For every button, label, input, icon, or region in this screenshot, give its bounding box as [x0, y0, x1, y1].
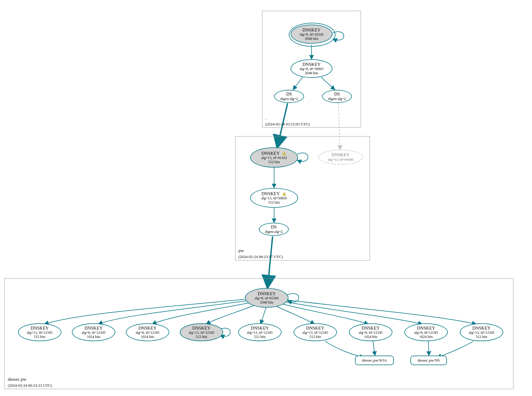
zone-timestamp: (2024-02-24 03:12:03 UTC) — [265, 122, 310, 126]
pw-zsk-node: DNSKEY alg=13, id=50850 512 bits — [250, 188, 298, 208]
leaf-key-2-node: DNSKEY alg=8, id=12345 1024 bits — [72, 323, 115, 341]
rr-label: dnssec.pw/NS — [418, 358, 440, 363]
zone-pw-label: pw (2024-02-24 06:23:17 UTC) — [238, 248, 283, 260]
node-title: DS — [334, 92, 340, 97]
zone-root-label: . (2024-02-24 03:12:03 UTC) — [265, 115, 310, 127]
leaf-ksk-node: DNSKEY alg=8, id=65300 2048 bits — [245, 288, 288, 308]
leaf-key-5-node: DNSKEY alg=13, id=12345 512 bits — [238, 323, 282, 341]
node-title: DNSKEY — [303, 28, 321, 33]
node-line3: 2048 bits — [260, 301, 273, 305]
root-ksk-node: DNSKEY alg=8, id=20326 2048 bits — [291, 25, 332, 44]
rr-soa-node: dnssec.pw/SOA — [355, 356, 394, 365]
warning-icon — [282, 151, 287, 156]
zone-name: dnssec.pw — [8, 377, 26, 382]
leaf-key-6-node: DNSKEY alg=13, id=12345 512 bits — [294, 323, 337, 341]
svg-rect-1 — [284, 154, 284, 154]
root-ds-left-node: DS digest alg=2 — [274, 90, 304, 103]
rr-label: dnssec.pw/SOA — [362, 358, 387, 363]
node-title: DNSKEY — [262, 191, 287, 196]
node-line3: 512 bits — [268, 201, 280, 205]
node-title: DS — [286, 92, 292, 97]
node-line3: 2048 bits — [305, 37, 318, 41]
root-ds-right-node: DS digest alg=2 — [322, 90, 352, 103]
rr-ns-node: dnssec.pw/NS — [410, 356, 447, 365]
pw-ksk-node: DNSKEY alg=13, id=41432 512 bits — [250, 147, 298, 168]
zone-timestamp: (2024-02-24 06:23:17 UTC) — [238, 254, 283, 259]
leaf-key-3-node: DNSKEY alg=8, id=12345 1024 bits — [126, 323, 169, 341]
zone-name: . — [265, 116, 267, 120]
leaf-key-9-node: DNSKEY alg=13, id=12345 512 bits — [460, 323, 503, 341]
node-line2: digest alg=2 — [328, 97, 346, 101]
node-line2: alg=8, id=30903 — [300, 67, 324, 71]
node-line3: 2048 bits — [305, 71, 318, 75]
node-line3: 512 bits — [268, 160, 280, 164]
node-line2: alg=13, id=50850 — [261, 196, 287, 201]
warning-icon — [282, 192, 287, 196]
node-title: DNSKEY — [332, 152, 350, 157]
svg-rect-0 — [284, 153, 284, 154]
node-title: DS — [271, 224, 276, 230]
leaf-key-1-node: DNSKEY alg=13, id=12345 512 bits — [18, 323, 61, 341]
svg-rect-3 — [284, 195, 284, 195]
leaf-key-7-node: DNSKEY alg=8, id=12345 1024 bits — [349, 323, 392, 341]
pw-ds-node: DS digest alg=2 — [259, 223, 289, 236]
root-zsk-node: DNSKEY alg=8, id=30903 2048 bits — [291, 59, 332, 78]
leaf-key-4-node: DNSKEY alg=13, id=12345 512 bits — [180, 323, 223, 341]
svg-rect-2 — [284, 193, 284, 195]
zone-timestamp: (2024-02-24 06:23:23 UTC) — [8, 383, 52, 388]
pw-ghost-node: DNSKEY alg=13, id=44440 — [318, 150, 363, 165]
node-line2: alg=8, id=20326 — [300, 33, 324, 37]
node-line2: digest alg=2 — [280, 97, 298, 101]
node-line2: alg=13, id=44440 — [328, 158, 353, 162]
node-title: DNSKEY — [262, 151, 287, 156]
node-title: DNSKEY — [303, 62, 321, 67]
node-line2: alg=13, id=41432 — [261, 156, 287, 160]
leaf-key-8-node: DNSKEY alg=8, id=12345 1024 bits — [404, 323, 448, 341]
zone-name: pw — [238, 248, 244, 253]
node-line2: digest alg=2 — [265, 230, 282, 234]
node-title: DNSKEY — [258, 291, 276, 296]
node-line2: alg=8, id=65300 — [255, 296, 279, 301]
zone-leaf-label: dnssec.pw (2024-02-24 06:23:23 UTC) — [8, 377, 52, 388]
